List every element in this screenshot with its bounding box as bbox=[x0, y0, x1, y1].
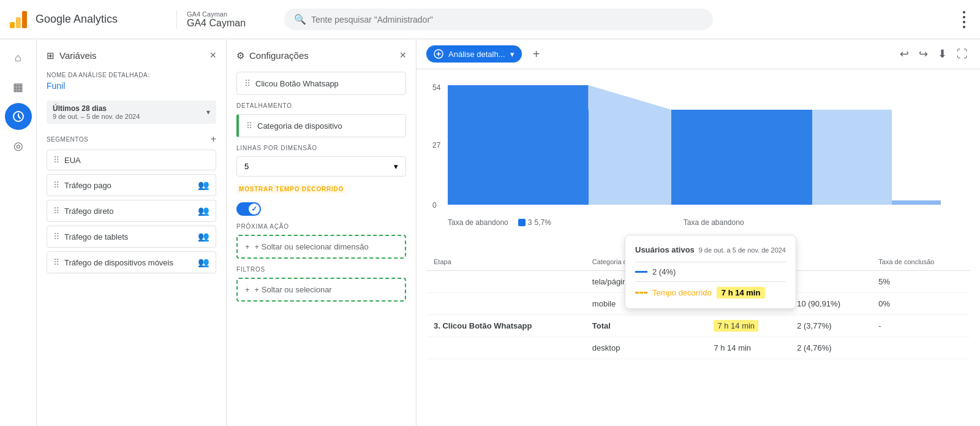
search-input[interactable] bbox=[311, 15, 703, 25]
cell-etapa bbox=[426, 337, 585, 359]
menu-dots-icon[interactable] bbox=[956, 11, 973, 28]
svg-rect-1 bbox=[16, 17, 21, 28]
icon-nav: ⌂ ▦ ◎ bbox=[0, 39, 37, 426]
segment-trafego-direto[interactable]: ⠿ Tráfego direto 👥 bbox=[47, 200, 216, 222]
tooltip-title: Usuários ativos bbox=[635, 245, 695, 254]
settings-close-button[interactable]: × bbox=[399, 49, 406, 62]
main-layout: ⌂ ▦ ◎ ⊞ Variáveis × NOME DA ANÁLISE DETA… bbox=[0, 39, 980, 426]
svg-text:54: 54 bbox=[432, 83, 441, 92]
nav-reports-icon[interactable]: ▦ bbox=[5, 74, 32, 101]
cell-etapa: 3. Clicou Botão Whatsapp bbox=[426, 315, 585, 337]
cell-etapa bbox=[426, 271, 585, 293]
cell-val bbox=[790, 271, 871, 293]
proxima-acao-section: PRÓXIMA AÇÃO + + Soltar ou selecionar di… bbox=[236, 223, 406, 259]
drag-handle-icon: ⠿ bbox=[53, 206, 59, 216]
nav-home-icon[interactable]: ⌂ bbox=[5, 44, 32, 71]
svg-rect-10 bbox=[671, 110, 812, 205]
variables-title: ⊞ Variáveis bbox=[47, 50, 97, 61]
account-name: GA4 Cayman bbox=[187, 18, 274, 29]
tooltip-divider bbox=[635, 262, 786, 262]
main-content: Análise detalh... ▾ + ↩ ↪ ⬇ ⛶ 54 27 0 bbox=[417, 39, 980, 426]
segment-trafego-pago[interactable]: ⠿ Tráfego pago 👥 bbox=[47, 174, 216, 196]
abandono-left-label: Taxa de abandono bbox=[448, 218, 508, 227]
download-button[interactable]: ⬇ bbox=[935, 45, 949, 63]
redo-button[interactable]: ↪ bbox=[916, 45, 930, 63]
filtros-drop-target[interactable]: + + Soltar ou selecionar bbox=[236, 278, 406, 302]
nav-advertising-icon[interactable]: ◎ bbox=[5, 132, 32, 159]
settings-panel: ⚙ Configurações × ⠿ Clicou Botão Whatsap… bbox=[227, 39, 417, 426]
legend-color bbox=[518, 219, 526, 226]
abandono-right-label: Taxa de abandono bbox=[684, 218, 744, 227]
segment-people-icon: 👥 bbox=[198, 180, 209, 191]
tooltip-header: Usuários ativos 9 de out. a 5 de nov. de… bbox=[635, 245, 786, 254]
mostrar-tempo-toggle[interactable]: ✓ bbox=[236, 202, 261, 216]
lines-per-dimension-select[interactable]: 5 ▾ bbox=[236, 156, 406, 177]
variables-close-button[interactable]: × bbox=[209, 49, 216, 62]
tab-icon bbox=[434, 49, 443, 59]
cell-taxa: 0% bbox=[871, 293, 970, 315]
funnel-chart-svg: 54 27 0 bbox=[426, 79, 953, 214]
add-segment-button[interactable]: + bbox=[211, 134, 216, 145]
cell-val2: 2 (3,77%) bbox=[790, 315, 871, 337]
proxima-acao-drop-target[interactable]: + + Soltar ou selecionar dimensão bbox=[236, 235, 406, 259]
svg-marker-9 bbox=[589, 85, 671, 205]
top-header: Google Analytics GA4 Cayman GA4 Cayman 🔍 bbox=[0, 0, 980, 39]
svg-rect-2 bbox=[22, 11, 27, 28]
drag-handle-icon: ⠿ bbox=[53, 155, 59, 165]
add-tab-button[interactable]: + bbox=[527, 44, 546, 64]
date-range-selector[interactable]: Últimos 28 dias 9 de out. – 5 de nov. de… bbox=[47, 101, 216, 124]
logo-area: Google Analytics bbox=[7, 9, 167, 31]
segment-people-icon: 👥 bbox=[198, 205, 209, 216]
tooltip-date: 9 de out. a 5 de nov. de 2024 bbox=[699, 246, 786, 254]
svg-marker-11 bbox=[812, 110, 892, 205]
settings-gear-icon: ⚙ bbox=[236, 50, 244, 61]
tooltip-row-2: Tempo decorrido 7 h 14 min bbox=[635, 287, 786, 299]
tab-dropdown-icon: ▾ bbox=[510, 50, 514, 59]
breakdown-item[interactable]: ⠿ Categoria de dispositivo bbox=[236, 114, 406, 137]
date-range-label: Últimos 28 dias bbox=[53, 104, 140, 113]
account-area: GA4 Cayman GA4 Cayman bbox=[176, 10, 274, 29]
segment-trafego-moveis[interactable]: ⠿ Tráfego de dispositivos móveis 👥 bbox=[47, 251, 216, 273]
cell-categoria: desktop bbox=[585, 337, 707, 359]
table-row: desktop 7 h 14 min 2 (4,76%) bbox=[426, 337, 970, 359]
nav-explore-icon[interactable] bbox=[5, 103, 32, 130]
analysis-name-value: Funil bbox=[47, 81, 216, 91]
mostrar-tempo-label: MOSTRAR TEMPO DECORRIDO bbox=[236, 184, 346, 194]
cell-val2: 2 (4,76%) bbox=[790, 337, 871, 359]
app-title: Google Analytics bbox=[36, 13, 118, 26]
analysis-tab[interactable]: Análise detalh... ▾ bbox=[426, 45, 522, 63]
undo-button[interactable]: ↩ bbox=[897, 45, 911, 63]
segments-section-title: SEGMENTOS + bbox=[47, 134, 216, 145]
detalhamento-label: DETALHAMENTO bbox=[236, 102, 406, 109]
cell-categoria: Total bbox=[585, 315, 707, 337]
svg-text:27: 27 bbox=[432, 141, 441, 150]
proxima-acao-label: PRÓXIMA AÇÃO bbox=[236, 223, 406, 230]
date-range-sub: 9 de out. – 5 de nov. de 2024 bbox=[53, 113, 140, 120]
tooltip-divider-2 bbox=[635, 281, 786, 282]
segment-trafego-tablets[interactable]: ⠿ Tráfego de tablets 👥 bbox=[47, 226, 216, 248]
mostrar-tempo-section: MOSTRAR TEMPO DECORRIDO ✓ bbox=[236, 184, 406, 216]
chevron-down-icon: ▾ bbox=[394, 162, 398, 171]
toggle-knob: ✓ bbox=[249, 203, 260, 215]
variables-panel-header: ⊞ Variáveis × bbox=[47, 49, 216, 62]
col-val2 bbox=[790, 253, 871, 271]
svg-rect-12 bbox=[892, 200, 941, 205]
plus-icon: + bbox=[245, 242, 250, 251]
search-bar[interactable]: 🔍 bbox=[284, 9, 713, 30]
content-toolbar: Análise detalh... ▾ + ↩ ↪ ⬇ ⛶ bbox=[417, 39, 980, 69]
cell-taxa: - bbox=[871, 315, 970, 337]
svg-rect-8 bbox=[448, 85, 589, 205]
settings-title: ⚙ Configurações bbox=[236, 50, 309, 61]
cell-val1: 7 h 14 min bbox=[706, 337, 790, 359]
drag-handle-icon: ⠿ bbox=[53, 180, 59, 190]
tooltip-row-1: 2 (4%) bbox=[635, 267, 786, 276]
config-whatsapp-item[interactable]: ⠿ Clicou Botão Whatsapp bbox=[236, 72, 406, 95]
legend-line-solid bbox=[635, 271, 647, 273]
segment-eua[interactable]: ⠿ EUA bbox=[47, 150, 216, 170]
segment-people-icon: 👥 bbox=[198, 257, 209, 268]
cell-val2: 10 (90,91%) bbox=[790, 293, 871, 315]
tooltip-item-label: Tempo decorrido bbox=[652, 288, 712, 297]
plus-icon: + bbox=[245, 285, 250, 294]
expand-button[interactable]: ⛶ bbox=[954, 45, 970, 63]
drag-handle-icon: ⠿ bbox=[53, 257, 59, 267]
